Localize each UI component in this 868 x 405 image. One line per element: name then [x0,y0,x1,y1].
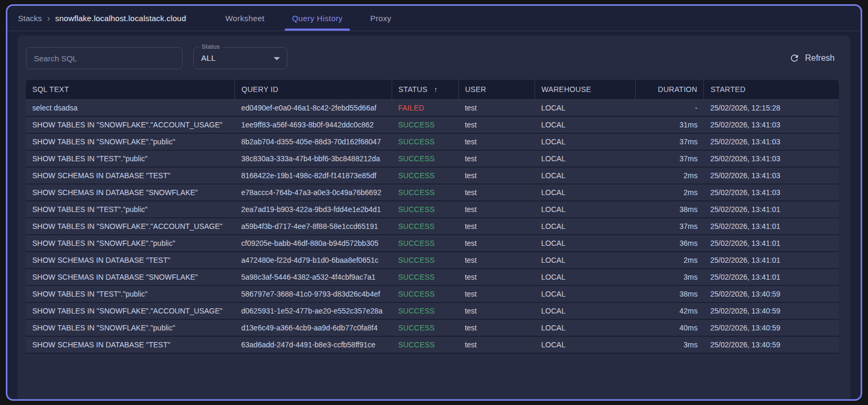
cell-query-id: ed0490ef-e0a0-46a1-8c42-2febd55d66af [235,99,392,116]
cell-user: test [458,269,535,286]
cell-duration: - [636,99,704,116]
cell-duration: 36ms [636,235,704,252]
cell-started: 25/02/2026, 13:40:59 [704,336,839,353]
cell-status: SUCCESS [392,201,458,218]
cell-status: SUCCESS [392,269,458,286]
table-row[interactable]: SHOW TABLES IN "SNOWFLAKE"."ACCOUNT_USAG… [26,218,839,235]
cell-query-id: cf09205e-babb-46df-880a-b94d572bb305 [235,235,392,252]
cell-sql: SHOW SCHEMAS IN DATABASE "TEST" [26,167,235,184]
tab-proxy-label: Proxy [370,14,391,23]
status-filter-value: ALL [194,48,287,69]
cell-status: SUCCESS [392,252,458,269]
cell-user: test [458,252,535,269]
tab-worksheet[interactable]: Worksheet [212,6,278,31]
dropdown-arrow-icon [274,57,280,60]
cell-status: SUCCESS [392,336,458,353]
cell-duration: 2ms [636,252,704,269]
search-input[interactable] [26,47,183,69]
table-row[interactable]: select dsadsaed0490ef-e0a0-46a1-8c42-2fe… [26,99,839,116]
cell-duration: 2ms [636,167,704,184]
cell-query-id: e78accc4-764b-47a3-a0e3-0c49a76b6692 [235,184,392,201]
header-warehouse[interactable]: WAREHOUSE [535,80,636,99]
cell-started: 25/02/2026, 13:40:59 [704,302,839,319]
header-started[interactable]: STARTED [704,80,839,99]
cell-warehouse: LOCAL [535,302,636,319]
cell-sql: SHOW TABLES IN "TEST"."public" [26,150,235,167]
header-sql-text[interactable]: SQL TEXT [26,80,235,99]
cell-started: 25/02/2026, 13:41:01 [704,201,839,218]
cell-query-id: a472480e-f22d-4d79-b1d0-6baa8ef0651c [235,252,392,269]
header-duration[interactable]: DURATION [636,80,704,99]
header-user[interactable]: USER [458,80,535,99]
table-row[interactable]: SHOW SCHEMAS IN DATABASE "TEST"8168422e-… [26,167,839,184]
tab-worksheet-label: Worksheet [225,14,265,23]
cell-status: SUCCESS [392,116,458,133]
table-row[interactable]: SHOW TABLES IN "TEST"."public"2ea7ad19-b… [26,201,839,218]
cell-sql: SHOW SCHEMAS IN DATABASE "TEST" [26,336,235,353]
table-row[interactable]: SHOW SCHEMAS IN DATABASE "SNOWFLAKE"e78a… [26,184,839,201]
cell-sql: SHOW TABLES IN "SNOWFLAKE"."public" [26,133,235,150]
cell-duration: 31ms [636,116,704,133]
table-row[interactable]: SHOW TABLES IN "SNOWFLAKE"."public"d13e6… [26,319,839,336]
cell-started: 25/02/2026, 13:40:59 [704,319,839,336]
tab-query-history-label: Query History [292,14,343,23]
app-window: Stacks › snowflake.localhost.localstack.… [6,4,862,401]
cell-sql: SHOW TABLES IN "SNOWFLAKE"."public" [26,235,235,252]
tab-proxy[interactable]: Proxy [356,6,405,31]
header-query-id-label: QUERY ID [241,85,278,94]
breadcrumb-stacks-link[interactable]: Stacks [18,14,42,23]
cell-warehouse: LOCAL [535,286,636,302]
table-row[interactable]: SHOW TABLES IN "TEST"."public"586797e7-3… [26,286,839,302]
cell-user: test [458,201,535,218]
cell-duration: 40ms [636,319,704,336]
cell-query-id: 63ad6add-247d-4491-b8e3-ccfb58ff91ce [235,336,392,353]
cell-query-id: 586797e7-3688-41c0-9793-d83d26c4b4ef [235,286,392,302]
refresh-button[interactable]: Refresh [789,53,835,63]
cell-status: SUCCESS [392,133,458,150]
header-started-label: STARTED [710,85,745,94]
cell-started: 25/02/2026, 13:40:59 [704,286,839,302]
cell-started: 25/02/2026, 13:41:03 [704,133,839,150]
table-row[interactable]: SHOW TABLES IN "SNOWFLAKE"."public"8b2ab… [26,133,839,150]
table-row[interactable]: SHOW SCHEMAS IN DATABASE "TEST"63ad6add-… [26,336,839,353]
cell-sql: SHOW TABLES IN "TEST"."public" [26,201,235,218]
cell-warehouse: LOCAL [535,150,636,167]
cell-user: test [458,99,535,116]
cell-status: SUCCESS [392,319,458,336]
table-row[interactable]: SHOW TABLES IN "TEST"."public"38c830a3-3… [26,150,839,167]
cell-warehouse: LOCAL [535,319,636,336]
cell-started: 25/02/2026, 13:41:03 [704,116,839,133]
cell-sql: SHOW SCHEMAS IN DATABASE "SNOWFLAKE" [26,184,235,201]
table-row[interactable]: SHOW TABLES IN "SNOWFLAKE"."public"cf092… [26,235,839,252]
cell-user: test [458,167,535,184]
breadcrumb-separator-icon: › [47,14,50,23]
header-sql-text-label: SQL TEXT [32,85,69,94]
tab-query-history[interactable]: Query History [278,6,357,31]
table-row[interactable]: SHOW SCHEMAS IN DATABASE "TEST"a472480e-… [26,252,839,269]
cell-user: test [458,336,535,353]
header-status[interactable]: STATUS ↑ [392,80,458,99]
cell-user: test [458,319,535,336]
table-row[interactable]: SHOW TABLES IN "SNOWFLAKE"."ACCOUNT_USAG… [26,302,839,319]
cell-duration: 42ms [636,302,704,319]
query-history-table: SQL TEXT QUERY ID STATUS ↑ USER [26,80,839,354]
cell-warehouse: LOCAL [535,201,636,218]
cell-status: SUCCESS [392,286,458,302]
cell-started: 25/02/2026, 13:41:01 [704,218,839,235]
cell-duration: 3ms [636,269,704,286]
cell-user: test [458,286,535,302]
status-filter-select[interactable]: Status ALL [193,47,287,69]
cell-duration: 38ms [636,201,704,218]
header-query-id[interactable]: QUERY ID [235,80,392,99]
table-row[interactable]: SHOW TABLES IN "SNOWFLAKE"."ACCOUNT_USAG… [26,116,839,133]
cell-duration: 37ms [636,150,704,167]
cell-query-id: 5a98c3af-5446-4382-a532-4f4cbf9ac7a1 [235,269,392,286]
cell-warehouse: LOCAL [535,167,636,184]
query-table-body: select dsadsaed0490ef-e0a0-46a1-8c42-2fe… [26,99,839,353]
cell-query-id: 8b2ab704-d355-405e-88d3-70d162f68047 [235,133,392,150]
header-warehouse-label: WAREHOUSE [541,85,591,94]
cell-status: SUCCESS [392,150,458,167]
cell-user: test [458,184,535,201]
table-row[interactable]: SHOW SCHEMAS IN DATABASE "SNOWFLAKE"5a98… [26,269,839,286]
breadcrumb-current-stack: snowflake.localhost.localstack.cloud [55,14,186,23]
